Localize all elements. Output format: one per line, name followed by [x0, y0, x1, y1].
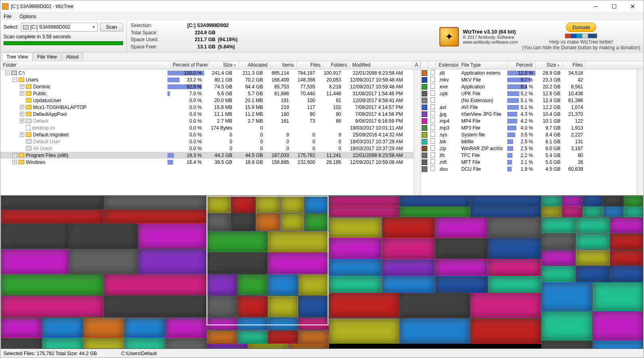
treemap-block[interactable] — [488, 218, 541, 238]
treemap-block[interactable] — [470, 318, 541, 343]
treemap-block[interactable] — [329, 207, 399, 217]
col-filetype[interactable]: File Type — [459, 61, 507, 69]
expander-icon[interactable]: + — [13, 153, 17, 157]
treemap-block[interactable] — [542, 341, 593, 349]
tree-row[interactable]: −Users33.2 %80.1 GB70.2 GB168,409148,356… — [0, 76, 414, 83]
treemap-block[interactable] — [299, 274, 329, 295]
treemap-block[interactable] — [610, 250, 643, 266]
treemap-block[interactable] — [593, 283, 643, 311]
treemap-block[interactable] — [289, 344, 329, 349]
donate-button[interactable]: Donate — [566, 23, 596, 32]
treemap-block[interactable] — [329, 318, 399, 343]
tree-row[interactable]: desktop.ini0.0 %174 Bytes019/03/2017 10:… — [0, 124, 414, 131]
treemap-block[interactable] — [280, 196, 305, 213]
ext-row[interactable]: .mkvMKV File9.7 %23.3 GB42 — [421, 76, 637, 83]
treemap-block[interactable] — [268, 331, 298, 343]
treemap-block[interactable] — [207, 214, 231, 231]
treemap-block[interactable] — [1, 318, 42, 338]
treemap-block[interactable] — [400, 318, 470, 343]
expander-icon[interactable]: + — [20, 132, 24, 137]
treemap-block[interactable] — [542, 250, 575, 266]
treemap-block[interactable] — [1, 196, 104, 209]
treemap-block[interactable] — [84, 338, 124, 349]
treemap-block[interactable] — [104, 296, 207, 317]
tree-row[interactable]: +Program Files (x86)18.3 %44.2 GB44.5 GB… — [0, 152, 414, 159]
treemap-block[interactable] — [207, 253, 268, 274]
col-size[interactable]: Size▼ — [208, 61, 239, 69]
col-attr[interactable]: A — [412, 61, 420, 69]
treemap-block[interactable] — [238, 331, 268, 343]
col-ext-percent[interactable]: Percent — [507, 61, 535, 69]
treemap-block[interactable] — [382, 218, 435, 238]
col-folders[interactable]: Folders — [323, 61, 350, 69]
treemap-block[interactable] — [542, 266, 575, 282]
treemap[interactable] — [1, 195, 643, 349]
treemap-block[interactable] — [382, 276, 435, 293]
ext-row[interactable]: (No Extension)5.1 %12.4 GB61,386 — [421, 97, 637, 104]
treemap-block[interactable] — [576, 234, 610, 249]
col-items[interactable]: Items — [270, 61, 297, 69]
treemap-block[interactable] — [488, 259, 541, 276]
maximize-button[interactable]: ☐ — [605, 1, 623, 12]
titlebar[interactable]: [C:] S3A9988D002 - WizTree ─ ☐ ✕ — [0, 0, 644, 13]
treemap-block[interactable] — [104, 274, 207, 295]
expander-icon[interactable]: + — [20, 105, 24, 109]
ext-row[interactable]: .mp3MP3 File4.0 %9.7 GB1,913 — [421, 124, 637, 131]
treemap-block[interactable] — [400, 207, 470, 217]
ext-row[interactable]: .dllApplication extens12.0 %28.9 GB34,51… — [421, 69, 637, 76]
treemap-block[interactable] — [329, 276, 382, 293]
treemap-block[interactable] — [280, 214, 305, 231]
tree-body[interactable]: −C:\100.0 %241.4 GB211.3 GB885,114784,19… — [0, 69, 414, 195]
treemap-block[interactable] — [238, 274, 268, 295]
ext-row[interactable]: .zipWinRAR ZIP archiv2.5 %6.0 GB3,197 — [421, 145, 637, 152]
tree-row[interactable]: UpdatusUser0.0 %20.0 MB20.1 MB1911009112… — [0, 97, 414, 104]
treemap-block[interactable] — [125, 318, 165, 338]
treemap-block[interactable] — [207, 331, 237, 343]
treemap-block[interactable] — [1, 249, 69, 274]
treemap-block[interactable] — [299, 318, 329, 331]
treemap-block[interactable] — [238, 318, 268, 331]
minimize-button[interactable]: ─ — [586, 1, 605, 12]
tree-row[interactable]: +Public7.0 %5.6 GB5.7 GB81,88670,44011,4… — [0, 90, 414, 97]
treemap-block[interactable] — [329, 238, 382, 259]
treemap-block[interactable] — [624, 207, 643, 217]
col-files[interactable]: Files — [297, 61, 324, 69]
treemap-block[interactable] — [268, 231, 329, 252]
treemap-block[interactable] — [542, 283, 593, 311]
treemap-block[interactable] — [542, 207, 562, 217]
treemap-block[interactable] — [624, 196, 643, 206]
treemap-block[interactable] — [42, 318, 83, 338]
tree-row[interactable]: Default User0.0 %0000019/03/2017 10:37:2… — [0, 138, 414, 145]
tab-file-view[interactable]: File View — [33, 52, 61, 61]
treemap-block[interactable] — [488, 238, 541, 259]
treemap-block[interactable] — [268, 318, 298, 331]
ext-row[interactable]: .aviAVI File5.1 %12.2 GB1,074 — [421, 104, 637, 111]
treemap-block[interactable] — [610, 234, 643, 249]
treemap-block[interactable] — [1, 210, 104, 224]
treemap-block[interactable] — [1, 274, 104, 295]
treemap-block[interactable] — [603, 196, 623, 206]
treemap-block[interactable] — [84, 318, 124, 338]
treemap-block[interactable] — [268, 274, 298, 295]
col-ext-files[interactable]: Files — [563, 61, 585, 69]
expander-icon[interactable]: + — [20, 119, 24, 123]
col-ext-size[interactable]: Size▼ — [535, 61, 563, 69]
treemap-block[interactable] — [382, 259, 435, 276]
expander-icon[interactable]: + — [20, 91, 24, 96]
col-color[interactable] — [421, 61, 428, 69]
expander-icon[interactable]: + — [13, 160, 17, 164]
drive-selector[interactable]: [C:] S3A9988D002 ▼ — [21, 23, 98, 31]
ext-body[interactable]: .dllApplication extens12.0 %28.9 GB34,51… — [421, 69, 637, 195]
treemap-block[interactable] — [1, 224, 69, 249]
close-button[interactable]: ✕ — [623, 1, 642, 12]
brand-url[interactable]: www.antibody-software.com — [463, 40, 518, 44]
treemap-block[interactable] — [593, 312, 643, 340]
tab-about[interactable]: About — [62, 52, 83, 61]
ext-row[interactable]: .sysSystem file3.5 %8.4 GB2,227 — [421, 131, 637, 138]
ext-row[interactable]: .exeApplication8.4 %20.2 GB8,561 — [421, 83, 637, 90]
treemap-block[interactable] — [42, 338, 83, 349]
treemap-block[interactable] — [166, 318, 207, 338]
treemap-block[interactable] — [70, 249, 138, 274]
col-percent[interactable]: Percent of Parent — [170, 61, 208, 69]
treemap-block[interactable] — [542, 234, 575, 249]
